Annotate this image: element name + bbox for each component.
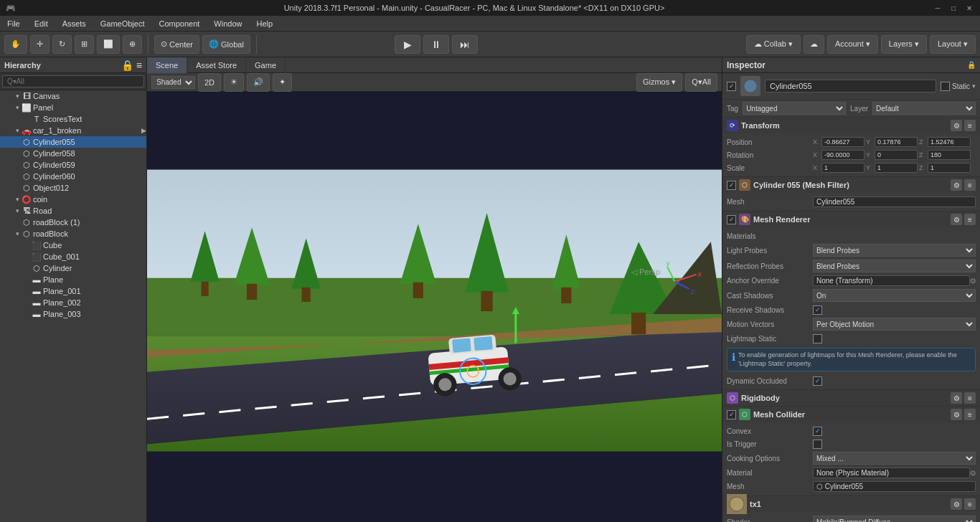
rotation-x[interactable] xyxy=(821,150,864,160)
account-button[interactable]: Account ▾ xyxy=(827,35,878,54)
meshrenderer-header[interactable]: 🎨 Mesh Renderer ⚙ ≡ xyxy=(722,212,980,227)
tree-item-scorestext[interactable]: T ScoresText xyxy=(0,113,146,125)
meshrenderer-more-btn[interactable]: ≡ xyxy=(964,214,976,225)
meshfilter-more-btn[interactable]: ≡ xyxy=(964,179,976,191)
menu-file[interactable]: File xyxy=(0,16,27,31)
hierarchy-search-input[interactable] xyxy=(2,75,144,87)
tree-item-roadblock[interactable]: ▾⬡ roadBlock xyxy=(0,228,146,239)
tree-item-cube001[interactable]: ⬛ Cube_001 xyxy=(0,251,146,262)
layout-button[interactable]: Layout ▾ xyxy=(930,35,976,54)
rect-tool[interactable]: ⬜ xyxy=(97,35,120,54)
tag-select[interactable]: Untagged xyxy=(743,102,846,115)
position-z[interactable] xyxy=(928,137,971,147)
material-picker[interactable]: ⊙ xyxy=(970,469,976,477)
move-tool[interactable]: ✛ xyxy=(30,35,50,54)
transform-header[interactable]: ⟳ Transform ⚙ ≡ xyxy=(722,118,980,133)
menu-window[interactable]: Window xyxy=(207,16,249,31)
dynamicoccluded-checkbox[interactable] xyxy=(813,376,822,386)
rotate-tool[interactable]: ↻ xyxy=(52,35,72,54)
lighting-toggle[interactable]: ☀ xyxy=(224,73,244,92)
tree-item-plane003[interactable]: ▬ Plane_003 xyxy=(0,308,146,320)
transform-more-btn[interactable]: ≡ xyxy=(964,120,976,131)
meshfilter-header[interactable]: ⬡ Cylinder 055 (Mesh Filter) ⚙ ≡ xyxy=(722,177,980,193)
tree-item-cylinder[interactable]: ⬡ Cylinder xyxy=(0,262,146,274)
tree-item-cube[interactable]: ⬛ Cube xyxy=(0,239,146,251)
center-toggle[interactable]: ⊙ Center xyxy=(154,35,199,54)
scene-view[interactable]: x y z ◁ Persp xyxy=(147,92,722,522)
meshcollider-header[interactable]: ⬡ Mesh Collider ⚙ ≡ xyxy=(722,407,980,422)
cookingoptions-select[interactable]: Mixed ... xyxy=(813,452,976,465)
hierarchy-menu-icon[interactable]: ≡ xyxy=(136,60,142,71)
2d-toggle[interactable]: 2D xyxy=(198,73,221,92)
scale-tool[interactable]: ⊞ xyxy=(75,35,94,54)
motionvectors-select[interactable]: Per Object Motion xyxy=(813,318,976,331)
material-header[interactable]: tx1 ⚙ ≡ xyxy=(722,496,980,512)
rigidbody-header[interactable]: ⬡ Rigidbody ⚙ ≡ xyxy=(722,390,980,406)
meshrenderer-settings-btn[interactable]: ⚙ xyxy=(951,214,962,225)
menu-component[interactable]: Component xyxy=(151,16,207,31)
layer-select[interactable]: Default xyxy=(872,102,976,115)
cloud-button[interactable]: ☁ xyxy=(804,35,824,54)
gizmos-button[interactable]: Gizmos ▾ xyxy=(636,73,682,92)
tab-asset-store[interactable]: Asset Store xyxy=(187,57,246,73)
menu-help[interactable]: Help xyxy=(249,16,280,31)
anchoroverride-picker[interactable]: ⊙ xyxy=(970,277,976,285)
tree-item-panel[interactable]: ▾ ⬜ Panel xyxy=(0,102,146,113)
tree-item-cylinder059[interactable]: ⬡ Cylinder059 xyxy=(0,159,146,171)
reflectionprobes-select[interactable]: Blend Probes xyxy=(813,260,976,272)
global-toggle[interactable]: 🌐 Global xyxy=(202,35,250,54)
transform-tool[interactable]: ⊕ xyxy=(123,35,142,54)
scene-search[interactable]: Q▾All xyxy=(685,73,717,92)
tree-item-canvas[interactable]: ▾ 🎞 Canvas xyxy=(0,90,146,102)
position-x[interactable] xyxy=(821,137,864,147)
tree-item-plane001[interactable]: ▬ Plane_001 xyxy=(0,285,146,297)
inspector-lock-icon[interactable]: 🔒 xyxy=(967,61,976,69)
rotation-z[interactable] xyxy=(928,150,971,160)
tree-item-object012[interactable]: ⬡ Object012 xyxy=(0,182,146,194)
meshrenderer-enabled[interactable] xyxy=(727,215,736,224)
menu-gameobject[interactable]: GameObject xyxy=(93,16,152,31)
tab-game[interactable]: Game xyxy=(246,57,286,73)
lightmapstatic-checkbox[interactable] xyxy=(813,334,822,343)
lightprobes-select[interactable]: Blend Probes xyxy=(813,244,976,257)
static-checkbox[interactable] xyxy=(941,82,950,91)
tree-item-cylinder060[interactable]: ⬡ Cylinder060 xyxy=(0,171,146,182)
position-y[interactable] xyxy=(875,137,918,147)
minimize-button[interactable]: ─ xyxy=(933,3,943,13)
receiveshadows-checkbox[interactable] xyxy=(813,305,822,315)
rotation-y[interactable] xyxy=(875,150,918,160)
close-button[interactable]: ✕ xyxy=(964,3,974,13)
tab-scene[interactable]: Scene xyxy=(147,57,187,73)
tree-item-plane[interactable]: ▬ Plane xyxy=(0,274,146,285)
tree-item-coin[interactable]: ▾ ⭕ coin xyxy=(0,194,146,205)
castshadows-select[interactable]: On xyxy=(813,289,976,302)
menu-edit[interactable]: Edit xyxy=(27,16,55,31)
rigidbody-settings-btn[interactable]: ⚙ xyxy=(951,392,962,404)
tree-item-cylinder058[interactable]: ⬡ Cylinder058 xyxy=(0,148,146,159)
tree-item-cylinder055[interactable]: ⬡ Cylinder055 xyxy=(0,136,146,148)
play-button[interactable]: ▶ xyxy=(395,35,420,54)
meshfilter-enabled[interactable] xyxy=(727,181,736,190)
hand-tool[interactable]: ✋ xyxy=(4,35,27,54)
istrigger-checkbox[interactable] xyxy=(813,440,822,449)
tree-item-plane002[interactable]: ▬ Plane_002 xyxy=(0,297,146,308)
meshfilter-settings-btn[interactable]: ⚙ xyxy=(951,179,962,191)
transform-settings-btn[interactable]: ⚙ xyxy=(951,120,962,131)
scale-x[interactable] xyxy=(821,163,864,173)
shader-select[interactable]: Mobile/Bumped Diffuse xyxy=(813,516,976,522)
material-more-btn[interactable]: ≡ xyxy=(964,498,976,510)
object-enabled-checkbox[interactable] xyxy=(727,82,736,91)
tree-item-road[interactable]: ▾ 🏗 Road xyxy=(0,205,146,217)
tree-item-roadblock1[interactable]: ⬡ roadBlock (1) xyxy=(0,217,146,228)
layers-button[interactable]: Layers ▾ xyxy=(881,35,927,54)
hierarchy-lock-icon[interactable]: 🔒 xyxy=(121,60,133,71)
pause-button[interactable]: ⏸ xyxy=(423,35,449,54)
convex-checkbox[interactable] xyxy=(813,427,822,436)
meshcollider-settings-btn[interactable]: ⚙ xyxy=(951,409,962,420)
shading-select[interactable]: Shaded xyxy=(151,76,195,89)
collab-button[interactable]: ☁ Collab ▾ xyxy=(746,35,801,54)
object-name-input[interactable] xyxy=(765,80,936,92)
scale-z[interactable] xyxy=(928,163,971,173)
scale-y[interactable] xyxy=(875,163,918,173)
rigidbody-more-btn[interactable]: ≡ xyxy=(964,392,976,404)
